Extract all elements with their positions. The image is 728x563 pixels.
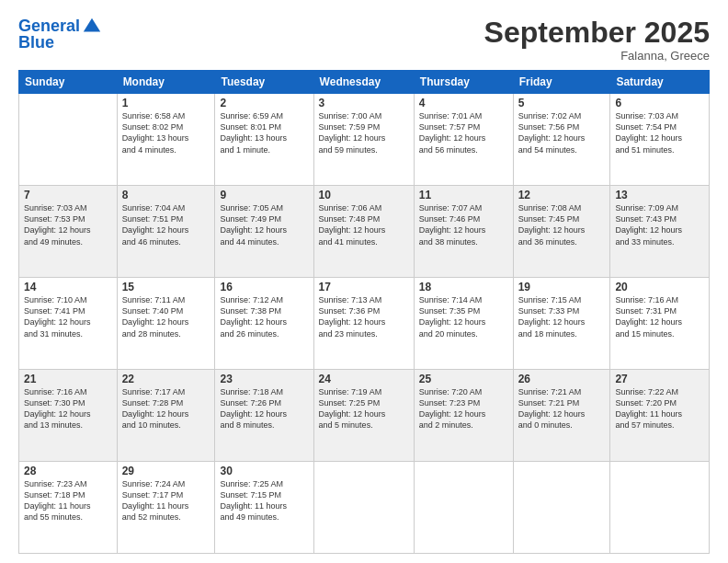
weekday-monday: Monday	[117, 71, 215, 94]
calendar-cell: 29Sunrise: 7:24 AM Sunset: 7:17 PM Dayli…	[117, 462, 215, 554]
day-number: 19	[518, 281, 606, 293]
calendar-cell: 19Sunrise: 7:15 AM Sunset: 7:33 PM Dayli…	[513, 278, 610, 370]
calendar-cell	[610, 462, 710, 554]
day-info: Sunrise: 7:16 AM Sunset: 7:30 PM Dayligh…	[24, 386, 112, 431]
day-number: 21	[24, 373, 112, 385]
calendar-cell: 18Sunrise: 7:14 AM Sunset: 7:35 PM Dayli…	[414, 278, 513, 370]
location-subtitle: Falanna, Greece	[484, 49, 710, 63]
calendar-cell: 21Sunrise: 7:16 AM Sunset: 7:30 PM Dayli…	[19, 370, 118, 462]
calendar-cell: 24Sunrise: 7:19 AM Sunset: 7:25 PM Dayli…	[313, 370, 414, 462]
day-number: 11	[419, 189, 508, 201]
svg-marker-0	[84, 18, 100, 32]
day-number: 27	[615, 373, 704, 385]
day-number: 25	[419, 373, 508, 385]
calendar-cell: 4Sunrise: 7:01 AM Sunset: 7:57 PM Daylig…	[414, 94, 513, 186]
weekday-sunday: Sunday	[19, 71, 118, 94]
day-info: Sunrise: 7:01 AM Sunset: 7:57 PM Dayligh…	[419, 110, 508, 155]
calendar-cell: 9Sunrise: 7:05 AM Sunset: 7:49 PM Daylig…	[215, 186, 313, 278]
logo-icon	[82, 17, 102, 37]
calendar-cell: 7Sunrise: 7:03 AM Sunset: 7:53 PM Daylig…	[19, 186, 118, 278]
day-info: Sunrise: 7:11 AM Sunset: 7:40 PM Dayligh…	[122, 294, 210, 339]
day-info: Sunrise: 6:59 AM Sunset: 8:01 PM Dayligh…	[220, 110, 308, 155]
day-number: 7	[24, 189, 112, 201]
calendar-week-row: 1Sunrise: 6:58 AM Sunset: 8:02 PM Daylig…	[19, 94, 710, 186]
day-number: 20	[615, 281, 704, 293]
calendar-cell: 10Sunrise: 7:06 AM Sunset: 7:48 PM Dayli…	[313, 186, 414, 278]
title-area: September 2025 Falanna, Greece	[484, 17, 710, 63]
day-number: 4	[419, 97, 508, 109]
calendar-cell: 23Sunrise: 7:18 AM Sunset: 7:26 PM Dayli…	[215, 370, 313, 462]
day-info: Sunrise: 7:03 AM Sunset: 7:54 PM Dayligh…	[615, 110, 704, 155]
day-info: Sunrise: 7:06 AM Sunset: 7:48 PM Dayligh…	[319, 202, 409, 247]
calendar-cell: 14Sunrise: 7:10 AM Sunset: 7:41 PM Dayli…	[19, 278, 118, 370]
day-number: 6	[615, 97, 704, 109]
day-info: Sunrise: 7:03 AM Sunset: 7:53 PM Dayligh…	[24, 202, 112, 247]
day-info: Sunrise: 7:10 AM Sunset: 7:41 PM Dayligh…	[24, 294, 112, 339]
calendar-cell: 27Sunrise: 7:22 AM Sunset: 7:20 PM Dayli…	[610, 370, 710, 462]
day-info: Sunrise: 7:12 AM Sunset: 7:38 PM Dayligh…	[220, 294, 308, 339]
calendar-cell: 17Sunrise: 7:13 AM Sunset: 7:36 PM Dayli…	[313, 278, 414, 370]
calendar-cell: 3Sunrise: 7:00 AM Sunset: 7:59 PM Daylig…	[313, 94, 414, 186]
calendar-cell	[19, 94, 118, 186]
weekday-tuesday: Tuesday	[215, 71, 313, 94]
day-number: 2	[220, 97, 308, 109]
weekday-friday: Friday	[513, 71, 610, 94]
calendar-cell: 5Sunrise: 7:02 AM Sunset: 7:56 PM Daylig…	[513, 94, 610, 186]
calendar-cell: 15Sunrise: 7:11 AM Sunset: 7:40 PM Dayli…	[117, 278, 215, 370]
day-info: Sunrise: 7:04 AM Sunset: 7:51 PM Dayligh…	[122, 202, 210, 247]
day-info: Sunrise: 7:08 AM Sunset: 7:45 PM Dayligh…	[518, 202, 606, 247]
day-info: Sunrise: 7:02 AM Sunset: 7:56 PM Dayligh…	[518, 110, 606, 155]
day-info: Sunrise: 7:18 AM Sunset: 7:26 PM Dayligh…	[220, 386, 308, 431]
weekday-header-row: SundayMondayTuesdayWednesdayThursdayFrid…	[19, 71, 710, 94]
calendar-cell: 6Sunrise: 7:03 AM Sunset: 7:54 PM Daylig…	[610, 94, 710, 186]
day-number: 16	[220, 281, 308, 293]
calendar-cell: 20Sunrise: 7:16 AM Sunset: 7:31 PM Dayli…	[610, 278, 710, 370]
day-info: Sunrise: 7:20 AM Sunset: 7:23 PM Dayligh…	[419, 386, 508, 431]
day-info: Sunrise: 7:07 AM Sunset: 7:46 PM Dayligh…	[419, 202, 508, 247]
day-number: 5	[518, 97, 606, 109]
calendar-cell	[513, 462, 610, 554]
calendar-table: SundayMondayTuesdayWednesdayThursdayFrid…	[18, 70, 710, 554]
calendar-cell: 2Sunrise: 6:59 AM Sunset: 8:01 PM Daylig…	[215, 94, 313, 186]
header: General Blue September 2025 Falanna, Gre…	[18, 17, 710, 63]
day-number: 1	[122, 97, 210, 109]
day-number: 18	[419, 281, 508, 293]
calendar-week-row: 14Sunrise: 7:10 AM Sunset: 7:41 PM Dayli…	[19, 278, 710, 370]
day-number: 30	[220, 465, 308, 477]
day-number: 17	[319, 281, 409, 293]
day-number: 3	[319, 97, 409, 109]
calendar-cell: 1Sunrise: 6:58 AM Sunset: 8:02 PM Daylig…	[117, 94, 215, 186]
day-info: Sunrise: 7:22 AM Sunset: 7:20 PM Dayligh…	[615, 386, 704, 431]
calendar-cell: 16Sunrise: 7:12 AM Sunset: 7:38 PM Dayli…	[215, 278, 313, 370]
calendar-cell: 25Sunrise: 7:20 AM Sunset: 7:23 PM Dayli…	[414, 370, 513, 462]
day-number: 8	[122, 189, 210, 201]
day-number: 12	[518, 189, 606, 201]
day-number: 28	[24, 465, 112, 477]
day-number: 29	[122, 465, 210, 477]
calendar-week-row: 28Sunrise: 7:23 AM Sunset: 7:18 PM Dayli…	[19, 462, 710, 554]
calendar-week-row: 7Sunrise: 7:03 AM Sunset: 7:53 PM Daylig…	[19, 186, 710, 278]
calendar-cell	[313, 462, 414, 554]
day-number: 23	[220, 373, 308, 385]
weekday-wednesday: Wednesday	[313, 71, 414, 94]
calendar-cell: 11Sunrise: 7:07 AM Sunset: 7:46 PM Dayli…	[414, 186, 513, 278]
day-info: Sunrise: 7:17 AM Sunset: 7:28 PM Dayligh…	[122, 386, 210, 431]
day-number: 13	[615, 189, 704, 201]
day-info: Sunrise: 7:19 AM Sunset: 7:25 PM Dayligh…	[319, 386, 409, 431]
day-info: Sunrise: 7:00 AM Sunset: 7:59 PM Dayligh…	[319, 110, 409, 155]
day-info: Sunrise: 7:14 AM Sunset: 7:35 PM Dayligh…	[419, 294, 508, 339]
day-info: Sunrise: 7:24 AM Sunset: 7:17 PM Dayligh…	[122, 478, 210, 523]
month-title: September 2025	[484, 17, 710, 49]
calendar-cell: 30Sunrise: 7:25 AM Sunset: 7:15 PM Dayli…	[215, 462, 313, 554]
day-number: 24	[319, 373, 409, 385]
calendar-cell: 12Sunrise: 7:08 AM Sunset: 7:45 PM Dayli…	[513, 186, 610, 278]
calendar-week-row: 21Sunrise: 7:16 AM Sunset: 7:30 PM Dayli…	[19, 370, 710, 462]
day-number: 14	[24, 281, 112, 293]
day-info: Sunrise: 7:05 AM Sunset: 7:49 PM Dayligh…	[220, 202, 308, 247]
day-info: Sunrise: 7:23 AM Sunset: 7:18 PM Dayligh…	[24, 478, 112, 523]
day-number: 10	[319, 189, 409, 201]
calendar-cell: 13Sunrise: 7:09 AM Sunset: 7:43 PM Dayli…	[610, 186, 710, 278]
day-number: 22	[122, 373, 210, 385]
calendar-cell: 26Sunrise: 7:21 AM Sunset: 7:21 PM Dayli…	[513, 370, 610, 462]
day-info: Sunrise: 7:25 AM Sunset: 7:15 PM Dayligh…	[220, 478, 308, 523]
